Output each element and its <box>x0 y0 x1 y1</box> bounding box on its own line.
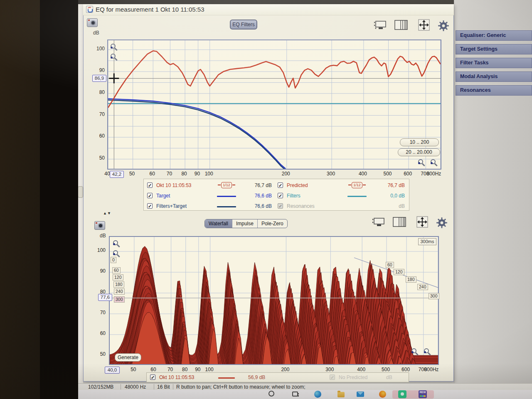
zoom-in-x-icon[interactable] <box>431 159 436 164</box>
zoom-in-y-icon[interactable] <box>113 240 118 245</box>
filters-target-checkbox[interactable]: ✓ <box>147 203 153 209</box>
x-tick-label: 300 <box>325 367 334 372</box>
settings-gear-icon[interactable] <box>436 217 448 230</box>
x-tick-label: 300 <box>327 171 335 177</box>
frequency-axis-icon[interactable] <box>373 20 388 32</box>
legend-value: dB <box>386 374 392 380</box>
range-20-20000-button[interactable]: 20 .. 20.000 <box>398 148 440 156</box>
db-axis-unit-bottom: dB <box>100 233 106 239</box>
generate-button[interactable]: Generate <box>115 353 141 362</box>
legend-label: Okt 10 11:05:53 <box>156 182 192 188</box>
time-slice-label: 120 <box>394 269 404 275</box>
settings-gear-icon[interactable] <box>438 20 449 33</box>
taskbar-rew-icon[interactable]: REW <box>419 390 427 398</box>
x-tick-label: 80 <box>182 367 187 372</box>
legend-row-filters: ✓ Filters 0,0 dB <box>278 192 406 201</box>
predicted-checkbox[interactable]: ✓ <box>330 374 335 380</box>
x-tick-label: 600 <box>404 171 412 177</box>
tab-pole-zero[interactable]: Pole-Zero <box>258 219 287 228</box>
measurement-line-swatch <box>218 377 235 379</box>
smoothing-1-12-badge: 1/12 <box>352 182 362 188</box>
time-slice-label: 60 <box>386 262 394 268</box>
x-tick-label: 100 <box>205 171 213 177</box>
taskbar-search-icon[interactable] <box>268 391 274 397</box>
x-tick-label: 50 <box>129 171 135 177</box>
time-slice-label: 0 <box>111 257 116 263</box>
time-slice-label: 60 <box>112 267 121 273</box>
time-slice-label: 120 <box>113 274 123 281</box>
waterfall-legend: ✓ Okt 10 11:05:53 56,9 dB ✓ No Predicted… <box>146 372 409 382</box>
y-tick-label: 100 <box>93 247 106 253</box>
tab-waterfall[interactable]: Waterfall <box>205 219 232 228</box>
y-tick-label: 90 <box>92 67 105 73</box>
layout-columns-icon[interactable] <box>392 217 406 229</box>
zoom-out-y-icon[interactable] <box>111 54 116 59</box>
cursor-spl-readout: 86,9 <box>92 75 106 82</box>
x-tick-label: 100 <box>205 367 214 372</box>
layout-columns-icon[interactable] <box>394 20 408 32</box>
zoom-in-y-icon[interactable] <box>111 44 116 49</box>
sample-rate: 48000 Hz <box>125 384 146 390</box>
capture-image-button[interactable] <box>87 18 98 27</box>
measurement-checkbox[interactable]: ✓ <box>150 374 155 380</box>
x-tick-label: 50 <box>131 367 136 372</box>
x-tick-label: 90 <box>195 171 200 177</box>
status-bar: 102/152MB 48000 Hz 16 Bit R button to pa… <box>77 383 532 390</box>
waterfall-chart[interactable]: 300ms Generate 060120180240300 601201802… <box>109 236 439 365</box>
db-axis-unit-top: dB <box>93 30 99 36</box>
x-tick-label: 90 <box>195 367 200 372</box>
y-tick-label: 60 <box>92 133 105 139</box>
legend-label: Okt 10 11:05:53 <box>159 374 195 380</box>
legend-value: 76,6 dB <box>255 203 272 209</box>
target-checkbox[interactable]: ✓ <box>147 193 153 198</box>
frequency-axis-icon[interactable] <box>371 217 386 229</box>
legend-value: 76,6 dB <box>255 193 272 199</box>
mouse-hint: R button to pan; Ctrl+R button to measur… <box>176 384 305 390</box>
taskbar-file-explorer-icon[interactable] <box>337 392 345 397</box>
taskbar-firefox-icon[interactable] <box>379 391 386 398</box>
measurement-checkbox[interactable]: ✓ <box>147 182 153 188</box>
sidebar-item-target-settings[interactable]: Target Settings <box>456 44 532 54</box>
zoom-out-x-icon[interactable] <box>411 348 416 353</box>
y-tick-label: 50 <box>93 351 106 357</box>
tab-impulse[interactable]: Impulse <box>232 219 258 228</box>
filters-target-line-swatch <box>217 206 236 207</box>
x-tick-label: 60 <box>150 171 155 177</box>
legend-value: 0,0 dB <box>390 193 405 199</box>
zoom-out-y-icon[interactable] <box>113 250 118 255</box>
resonances-checkbox[interactable]: ✓ <box>278 203 283 209</box>
eq-filters-button[interactable]: EQ Filters <box>230 20 257 30</box>
window-title: EQ for measurement 1 Okt 10 11:05:53 <box>96 6 204 13</box>
range-10-200-button[interactable]: 10 .. 200 <box>400 138 439 146</box>
pan-move-icon[interactable] <box>414 216 431 229</box>
time-slice-label: 240 <box>417 284 428 290</box>
spl-chart[interactable]: 10 .. 200 20 .. 20.000 <box>107 39 441 170</box>
sidebar-item-filter-tasks[interactable]: Filter Tasks <box>456 58 532 68</box>
legend-label: Filters+Target <box>156 203 187 209</box>
zoom-out-x-icon[interactable] <box>418 159 423 164</box>
predicted-checkbox[interactable]: ✓ <box>278 182 283 188</box>
capture-image-button-waterfall[interactable] <box>94 221 105 230</box>
sidebar-item-equaliser[interactable]: Equaliser: Generic <box>456 30 532 41</box>
memory-usage: 102/152MB <box>88 384 113 390</box>
x-tick-label: 400 <box>359 171 367 177</box>
sidebar-item-resonances[interactable]: Resonances <box>456 85 532 96</box>
taskbar-task-view-icon[interactable] <box>292 392 298 397</box>
panel-splitter[interactable]: ▲▼ <box>103 211 111 215</box>
legend-label: Predicted <box>287 182 308 188</box>
legend-row-measurement: ✓ Okt 10 11:05:53 1/12 76,7 dB <box>147 182 273 190</box>
legend-label: Target <box>156 193 170 199</box>
pan-move-icon[interactable] <box>416 19 432 32</box>
time-slice-label: 240 <box>114 288 125 295</box>
time-slice-label: 180 <box>113 281 124 288</box>
filters-checkbox[interactable]: ✓ <box>278 193 283 198</box>
zoom-in-x-icon[interactable] <box>424 348 429 353</box>
legend-label: Resonances <box>287 203 315 209</box>
legend-value: 76,7 dB <box>255 182 272 188</box>
panel-collapse-handle[interactable] <box>78 186 83 198</box>
sidebar-item-modal-analysis[interactable]: Modal Analysis <box>456 71 532 82</box>
taskbar-green-app-icon[interactable] <box>398 390 406 398</box>
x-tick-label: 500 <box>383 171 392 177</box>
taskbar-mail-icon[interactable] <box>357 392 364 397</box>
taskbar-edge-icon[interactable] <box>314 391 321 398</box>
